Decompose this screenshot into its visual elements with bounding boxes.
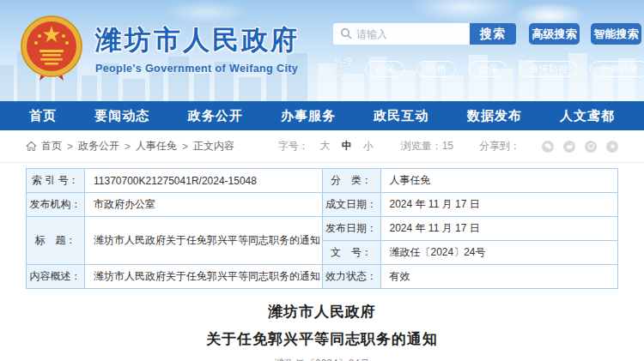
view-count: 浏览量：15 [401,139,453,153]
site-logo[interactable]: 潍坊市人民政府 People's Government of Weifang C… [19,14,300,82]
written-date-value: 2024 年 11 月 17 日 [380,193,618,217]
title-value: 潍坊市人民政府关于任免郭兴平等同志职务的通知 [85,217,323,265]
agency-label: 发布机构： [27,193,85,217]
nav-item-data[interactable]: 数据发布 [467,108,522,124]
publish-date-label: 发布日期： [322,217,380,241]
table-row: 内容概述： 潍坊市人民政府关于任免郭兴平等同志职务的通知 效力状态： 有效 [27,265,618,289]
category-label: 分 类： [322,169,380,193]
hot-words-label: 热搜词： [333,56,353,81]
breadcrumb: 首页 > 政务公开 > 人事任免 > 正文内容 [26,139,234,153]
table-row: 发布机构： 市政府办公室 成文日期： 2024 年 11 月 17 日 [27,193,618,217]
breadcrumb-current: 正文内容 [193,139,234,153]
view-count-label: 浏览量： [401,140,442,152]
nav-item-gov-info[interactable]: 政务公开 [188,108,243,124]
national-emblem-icon [19,14,84,82]
document-title-line2: 关于任免郭兴平等同志职务的通知 [0,329,644,349]
search-input[interactable] [333,23,470,45]
font-size-large-button[interactable]: 大 [320,139,331,153]
hot-word-dibao[interactable]: 低保 [468,61,507,77]
font-size-label: 字号： [278,139,309,153]
index-number-value: 11370700K21275041R/2024-15048 [85,169,323,193]
publish-date-value: 2024 年 11 月 17 日 [380,217,618,241]
breadcrumb-personnel[interactable]: 人事任免 [136,139,177,153]
share-label: 分享到： [479,139,520,153]
search-icon [340,27,352,39]
hot-word-yiqingfangkong[interactable]: 疫情防控 [519,61,578,77]
share-wechat-icon[interactable] [542,141,554,153]
summary-label: 内容概述： [27,265,85,289]
search-button[interactable]: 搜索 [470,23,516,45]
table-row: 索 引 号： 11370700K21275041R/2024-15048 分 类… [27,169,618,193]
hot-word-shebao[interactable]: 社保 [365,61,404,77]
validity-value: 有效 [380,265,618,289]
share-icons [532,141,618,153]
view-count-value: 15 [442,140,453,152]
main-nav: 首页 要闻动态 政务公开 办事服务 政民互动 数据发布 人文鸢都 [0,101,644,130]
home-icon [26,141,37,152]
doc-number-value: 潍政任〔2024〕24号 [380,241,618,265]
site-subtitle: People's Government of Weifang City [95,63,300,75]
hot-words-row: 热搜词： 社保 结婚 低保 疫情防控 营商环境 [333,56,641,81]
doc-number-label: 文 号： [322,241,380,265]
summary-value: 潍坊市人民政府关于任免郭兴平等同志职务的通知 [85,265,323,289]
title-label: 标 题： [27,217,85,265]
agency-value: 市政府办公室 [85,193,323,217]
search-area: 搜索 高级搜索 智能搜索 热搜词： 社保 结婚 低保 疫情防控 营商环境 [333,23,641,81]
share-favorite-icon[interactable] [606,141,618,153]
index-number-label: 索 引 号： [27,169,85,193]
nav-item-culture[interactable]: 人文鸢都 [560,108,615,124]
nav-item-services[interactable]: 办事服务 [281,108,336,124]
table-row: 标 题： 潍坊市人民政府关于任免郭兴平等同志职务的通知 发布日期： 2024 年… [27,217,618,241]
breadcrumb-separator: > [125,141,131,153]
breadcrumb-toolbar-row: 首页 > 政务公开 > 人事任免 > 正文内容 字号： 大 中 小 浏览量：15… [0,130,644,163]
category-value: 人事任免 [380,169,618,193]
nav-item-interaction[interactable]: 政民互动 [374,108,428,124]
breadcrumb-separator: > [67,141,73,153]
nav-item-news[interactable]: 要闻动态 [94,108,149,124]
meta-table: 索 引 号： 11370700K21275041R/2024-15048 分 类… [26,168,618,289]
breadcrumb-home[interactable]: 首页 [41,139,62,153]
font-size-medium-button[interactable]: 中 [342,139,352,153]
site-title: 潍坊市人民政府 [95,22,300,58]
share-weibo-icon[interactable] [563,141,575,153]
validity-label: 效力状态： [322,265,380,289]
written-date-label: 成文日期： [322,193,380,217]
site-header: 潍坊市人民政府 People's Government of Weifang C… [0,0,644,101]
font-size-small-button[interactable]: 小 [363,139,374,153]
brand-text: 潍坊市人民政府 People's Government of Weifang C… [95,22,300,75]
search-row: 搜索 高级搜索 智能搜索 [333,23,641,45]
search-box [333,23,470,45]
article-toolbar: 字号： 大 中 小 浏览量：15 分享到： [278,139,618,153]
hot-word-yingshanghuanjing[interactable]: 营商环境 [590,61,644,77]
document-number: 潍政任〔2024〕24号 [0,357,644,361]
share-qq-icon[interactable] [585,141,597,153]
hot-word-jiehun[interactable]: 结婚 [416,61,456,77]
breadcrumb-gov-info[interactable]: 政务公开 [78,139,119,153]
document-header: 潍坊市人民政府 关于任免郭兴平等同志职务的通知 潍政任〔2024〕24号 [0,302,644,361]
breadcrumb-separator: > [182,141,188,153]
advanced-search-button[interactable]: 高级搜索 [529,23,580,45]
smart-search-button[interactable]: 智能搜索 [591,23,641,45]
meta-table-wrap: 索 引 号： 11370700K21275041R/2024-15048 分 类… [0,163,644,289]
document-title-line1: 潍坊市人民政府 [0,302,644,322]
nav-item-home[interactable]: 首页 [29,108,57,124]
page: 潍坊市人民政府 People's Government of Weifang C… [0,0,644,361]
